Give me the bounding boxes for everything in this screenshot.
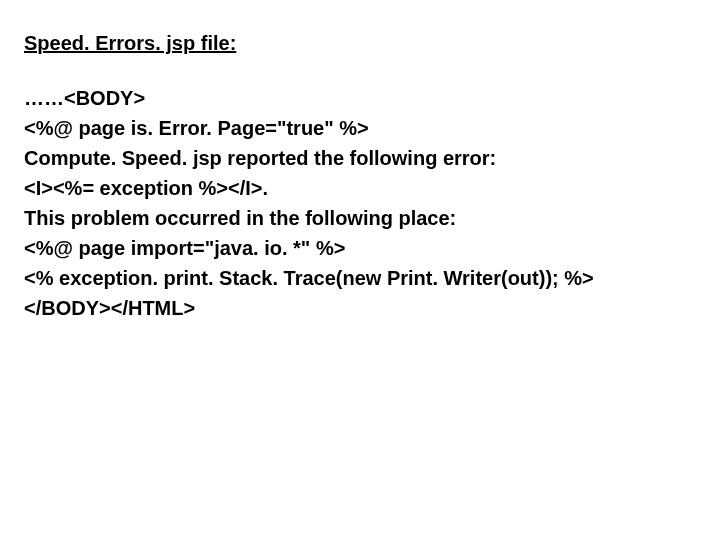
file-title: Speed. Errors. jsp file: [24,32,696,55]
code-line: This problem occurred in the following p… [24,203,696,233]
code-line: ……<BODY> [24,83,696,113]
code-line: <%@ page is. Error. Page="true" %> [24,113,696,143]
code-line: <I><%= exception %></I>. [24,173,696,203]
code-line: Compute. Speed. jsp reported the followi… [24,143,696,173]
code-block: ……<BODY> <%@ page is. Error. Page="true"… [24,83,696,323]
code-line: </BODY></HTML> [24,293,696,323]
code-line: <%@ page import="java. io. *" %> [24,233,696,263]
code-line: <% exception. print. Stack. Trace(new Pr… [24,263,696,293]
